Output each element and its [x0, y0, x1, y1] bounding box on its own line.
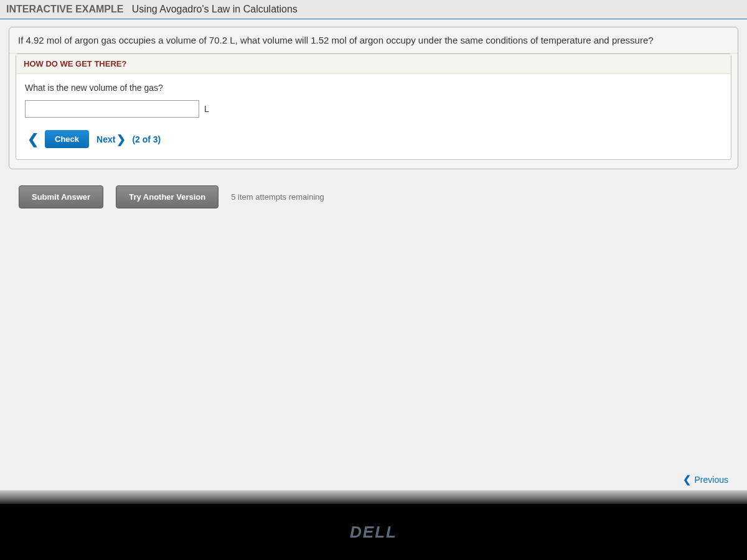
header-label: INTERACTIVE EXAMPLE	[6, 4, 123, 14]
monitor-bezel: DELL	[0, 504, 747, 560]
step-counter: (2 of 3)	[132, 134, 161, 144]
work-panel-body: What is the new volume of the gas? L ❮ C…	[16, 74, 731, 159]
question-text: If 4.92 mol of argon gas occupies a volu…	[9, 27, 738, 54]
next-button[interactable]: Next ❯	[96, 133, 126, 146]
footer-row: Submit Answer Try Another Version 5 item…	[19, 185, 728, 208]
chevron-left-icon[interactable]: ❮	[25, 131, 41, 147]
question-panel: If 4.92 mol of argon gas occupies a volu…	[9, 27, 738, 169]
answer-input-row: L	[25, 100, 722, 118]
check-button[interactable]: Check	[45, 130, 89, 148]
unit-label: L	[204, 104, 209, 114]
next-label: Next	[96, 134, 115, 144]
monitor-brand: DELL	[350, 523, 397, 542]
previous-nav[interactable]: ❮ Previous	[683, 474, 728, 485]
page-header: INTERACTIVE EXAMPLE Using Avogadro's Law…	[0, 0, 747, 19]
answer-input[interactable]	[25, 100, 199, 118]
submit-answer-button[interactable]: Submit Answer	[19, 185, 103, 208]
attempts-remaining: 5 item attempts remaining	[231, 192, 324, 202]
prompt-text: What is the new volume of the gas?	[25, 83, 722, 93]
header-title: Using Avogadro's Law in Calculations	[132, 4, 298, 14]
chevron-right-icon: ❯	[116, 133, 126, 146]
step-nav-row: ❮ Check Next ❯ (2 of 3)	[25, 130, 722, 148]
work-panel: HOW DO WE GET THERE? What is the new vol…	[16, 54, 731, 160]
chevron-left-icon: ❮	[683, 474, 691, 485]
previous-label: Previous	[695, 475, 728, 485]
try-another-button[interactable]: Try Another Version	[116, 185, 218, 208]
work-panel-header: HOW DO WE GET THERE?	[16, 54, 731, 74]
monitor-bezel-edge	[0, 490, 747, 504]
